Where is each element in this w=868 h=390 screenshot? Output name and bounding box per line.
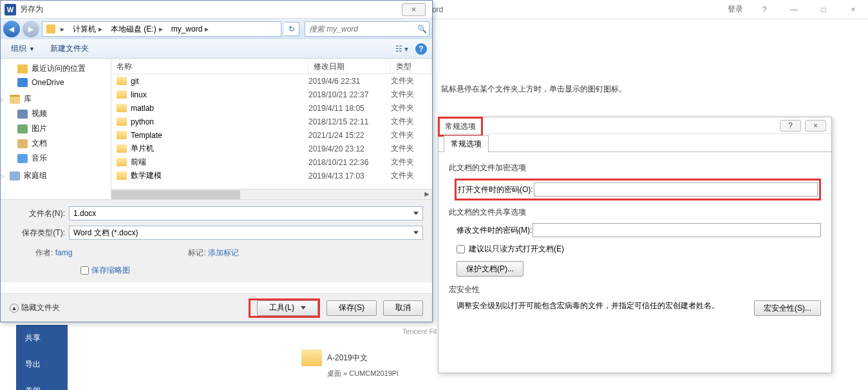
sidebar-item-share[interactable]: 共享 bbox=[16, 325, 68, 351]
macro-security-button[interactable]: 宏安全性(S)... bbox=[754, 300, 821, 316]
folder-icon bbox=[117, 117, 127, 126]
close-icon[interactable]: × bbox=[845, 5, 862, 14]
sidebar-item-documents[interactable]: 文档 bbox=[1, 136, 111, 151]
recent-icon bbox=[17, 64, 28, 73]
word-backstage-sidebar: 共享 导出 关闭 bbox=[16, 325, 68, 390]
dialog-titlebar: W 另存为 × bbox=[1, 1, 432, 19]
maximize-icon[interactable]: □ bbox=[815, 5, 832, 14]
help-icon[interactable]: ? bbox=[415, 43, 427, 55]
open-password-label: 打开文件时的密码(O): bbox=[458, 184, 534, 195]
modify-password-label: 修改文件时的密码(M): bbox=[457, 225, 533, 236]
scroll-thumb[interactable] bbox=[111, 190, 240, 199]
readonly-checkbox[interactable]: 建议以只读方式打开文档(E) bbox=[457, 244, 821, 255]
macro-section-label: 宏安全性 bbox=[449, 284, 821, 295]
breadcrumb-segment: my_word▸ bbox=[167, 22, 214, 36]
help-icon[interactable]: ? bbox=[756, 5, 773, 14]
dialog-close-button[interactable]: × bbox=[402, 3, 426, 16]
help-button[interactable]: ? bbox=[780, 120, 801, 132]
sidebar-item-homegroup[interactable]: ▷家庭组 bbox=[1, 168, 111, 183]
tab-strip: 常规选项 bbox=[439, 135, 831, 152]
search-icon[interactable]: 🔍 bbox=[415, 24, 429, 34]
horizontal-scrollbar[interactable]: ◄ ► bbox=[111, 189, 432, 199]
encryption-section-label: 此文档的文件加密选项 bbox=[449, 162, 821, 173]
video-icon bbox=[17, 110, 28, 119]
view-options-button[interactable]: ☷ ▾ bbox=[393, 42, 410, 56]
filename-label: 文件名(N): bbox=[10, 208, 69, 219]
sidebar-item-pictures[interactable]: 图片 bbox=[1, 121, 111, 136]
macro-note: 调整安全级别以打开可能包含宏病毒的文件，并指定可信任的宏创建者姓名。 bbox=[457, 300, 746, 311]
new-folder-button[interactable]: 新建文件夹 bbox=[45, 41, 94, 56]
file-row[interactable]: 数学建模2019/4/13 17:03文件夹 bbox=[111, 169, 432, 182]
music-icon bbox=[17, 154, 28, 163]
col-name[interactable]: 名称 bbox=[111, 59, 308, 73]
sidebar-item-close[interactable]: 关闭 bbox=[16, 378, 68, 390]
breadcrumb-segment: 本地磁盘 (E:)▸ bbox=[107, 22, 167, 36]
bg-folder-name[interactable]: A-2019中文 bbox=[327, 353, 368, 364]
sharing-section-label: 此文档的文件共享选项 bbox=[449, 207, 821, 218]
file-row[interactable]: 前端2018/10/21 22:36文件夹 bbox=[111, 155, 432, 169]
general-options-dialog: 常规选项 ? × 常规选项 此文档的文件加密选项 打开文件时的密码(O): 此文… bbox=[438, 117, 832, 373]
folder-icon bbox=[117, 104, 127, 112]
open-password-input[interactable] bbox=[534, 182, 818, 197]
file-list: 名称 修改日期 类型 git2019/4/6 22:31文件夹linux2018… bbox=[111, 59, 432, 199]
minimize-icon[interactable]: — bbox=[786, 5, 802, 14]
modify-password-input[interactable] bbox=[533, 223, 821, 237]
search-box[interactable]: 🔍 bbox=[305, 21, 429, 37]
documents-icon bbox=[17, 139, 28, 148]
protect-document-button[interactable]: 保护文档(P)... bbox=[457, 261, 524, 277]
file-row[interactable]: Template2021/1/24 15:22文件夹 bbox=[111, 128, 432, 142]
author-label: 作者: bbox=[35, 248, 53, 257]
sidebar-item-export[interactable]: 导出 bbox=[16, 351, 68, 378]
scroll-right-button[interactable]: ► bbox=[422, 190, 432, 199]
folder-icon bbox=[117, 158, 127, 166]
save-as-dialog: W 另存为 × ◄ ► ▸ 计算机▸ 本地磁盘 (E:)▸ my_word▸ ↻… bbox=[0, 0, 433, 322]
col-type[interactable]: 类型 bbox=[391, 59, 432, 73]
bg-file-fragment: Tencent Fil A-2019中文 桌面 » CUMCM2019Pi bbox=[301, 325, 437, 381]
file-row[interactable]: 单片机2019/4/20 23:12文件夹 bbox=[111, 142, 432, 155]
filename-input[interactable]: 1.docx bbox=[69, 206, 423, 220]
login-link[interactable]: 登录 bbox=[728, 4, 743, 15]
sidebar-item-recent[interactable]: 最近访问的位置 bbox=[1, 61, 111, 76]
file-row[interactable]: matlab2019/4/11 18:05文件夹 bbox=[111, 101, 432, 115]
tags-value[interactable]: 添加标记 bbox=[208, 248, 239, 257]
tools-menu-button[interactable]: 工具(L) bbox=[257, 300, 318, 316]
folder-toolbar: 组织▼ 新建文件夹 ☷ ▾ ? bbox=[1, 39, 432, 59]
folder-icon bbox=[117, 144, 127, 153]
search-input[interactable] bbox=[305, 24, 415, 34]
folder-sidebar: 最近访问的位置 OneDrive ▷库 视频 图片 文档 音乐 ▷家庭组 bbox=[1, 59, 111, 199]
homegroup-icon bbox=[10, 171, 20, 180]
close-button[interactable]: × bbox=[805, 120, 826, 132]
breadcrumb[interactable]: ▸ 计算机▸ 本地磁盘 (E:)▸ my_word▸ bbox=[42, 21, 281, 37]
author-value[interactable]: famg bbox=[55, 248, 73, 257]
refresh-button[interactable]: ↻ bbox=[284, 22, 299, 36]
sidebar-item-videos[interactable]: 视频 bbox=[1, 106, 111, 121]
file-row[interactable]: python2018/12/15 22:11文件夹 bbox=[111, 115, 432, 128]
onedrive-icon bbox=[17, 78, 28, 87]
sidebar-item-onedrive[interactable]: OneDrive bbox=[1, 76, 111, 89]
sidebar-item-music[interactable]: 音乐 bbox=[1, 151, 111, 166]
pin-hint-text: 鼠标悬停在某个文件夹上方时，单击显示的图钉图标。 bbox=[441, 84, 627, 95]
sidebar-item-libraries[interactable]: ▷库 bbox=[1, 92, 111, 106]
word-icon: W bbox=[5, 4, 16, 15]
folder-icon bbox=[117, 77, 127, 85]
folder-icon bbox=[117, 171, 127, 180]
dialog-title: 常规选项 bbox=[445, 122, 476, 131]
file-row[interactable]: linux2018/10/21 22:37文件夹 bbox=[111, 88, 432, 101]
cancel-button[interactable]: 取消 bbox=[383, 300, 423, 316]
nav-forward-button[interactable]: ► bbox=[23, 21, 39, 37]
pictures-icon bbox=[17, 124, 28, 133]
tab-general[interactable]: 常规选项 bbox=[444, 135, 489, 152]
thumbnail-checkbox[interactable]: 保存缩略图 bbox=[80, 266, 130, 275]
savetype-select[interactable]: Word 文档 (*.docx) bbox=[69, 226, 423, 240]
library-icon bbox=[10, 95, 20, 104]
save-fields-panel: 文件名(N): 1.docx 保存类型(T): Word 文档 (*.docx)… bbox=[1, 199, 432, 282]
file-row[interactable]: git2019/4/6 22:31文件夹 bbox=[111, 74, 432, 88]
nav-back-button[interactable]: ◄ bbox=[3, 21, 20, 37]
hide-folders-toggle[interactable]: ▲隐藏文件夹 bbox=[10, 302, 60, 313]
save-button[interactable]: 保存(S) bbox=[326, 300, 377, 316]
folder-icon bbox=[117, 90, 127, 99]
column-headers[interactable]: 名称 修改日期 类型 bbox=[111, 59, 432, 74]
col-date[interactable]: 修改日期 bbox=[308, 59, 391, 73]
folder-icon bbox=[301, 349, 322, 366]
organize-menu[interactable]: 组织▼ bbox=[6, 41, 40, 56]
